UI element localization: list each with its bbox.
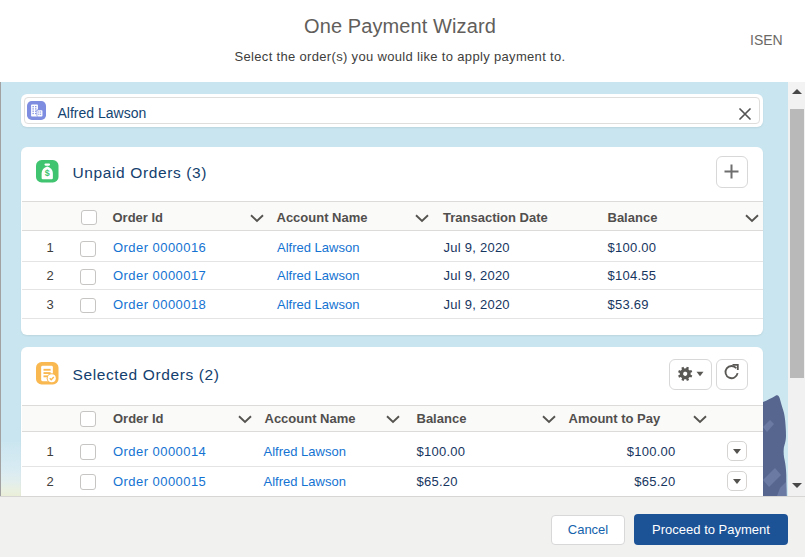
svg-text:$: $ [45,168,50,178]
